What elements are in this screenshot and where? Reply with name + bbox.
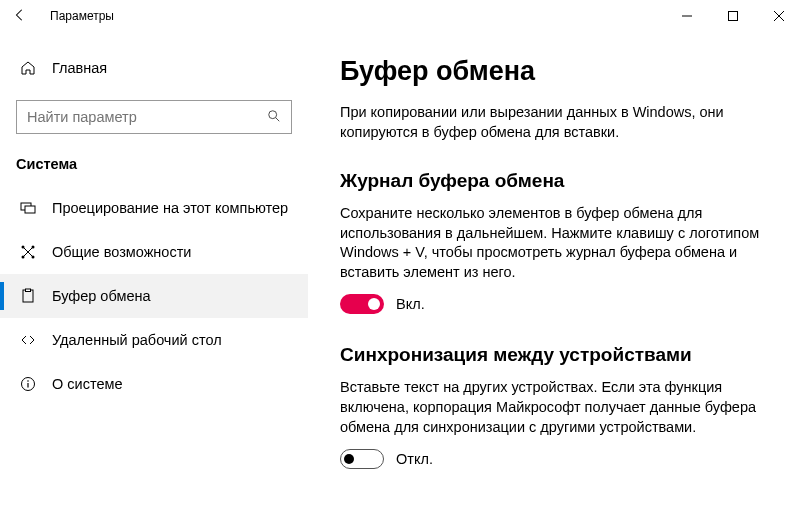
home-label: Главная: [52, 60, 107, 76]
remote-desktop-icon: [16, 332, 40, 348]
svg-rect-1: [729, 12, 738, 21]
svg-rect-7: [25, 206, 35, 213]
page-intro: При копировании или вырезании данных в W…: [340, 103, 760, 142]
maximize-button[interactable]: [710, 0, 756, 32]
content-pane: Буфер обмена При копировании или вырезан…: [308, 32, 802, 509]
page-title: Буфер обмена: [340, 56, 778, 87]
back-button[interactable]: [4, 8, 36, 25]
history-toggle[interactable]: [340, 294, 384, 314]
svg-point-4: [269, 110, 277, 118]
shared-icon: [16, 244, 40, 260]
sidebar-item-about[interactable]: О системе: [0, 362, 308, 406]
category-heading: Система: [0, 134, 308, 186]
titlebar: Параметры: [0, 0, 802, 32]
sidebar-item-clipboard[interactable]: Буфер обмена: [0, 274, 308, 318]
history-toggle-label: Вкл.: [396, 296, 425, 312]
search-icon: [257, 109, 291, 126]
history-heading: Журнал буфера обмена: [340, 170, 778, 192]
sidebar-item-remote[interactable]: Удаленный рабочий стол: [0, 318, 308, 362]
sync-heading: Синхронизация между устройствами: [340, 344, 778, 366]
home-icon: [16, 60, 40, 76]
home-nav[interactable]: Главная: [0, 52, 308, 84]
search-input[interactable]: [17, 109, 257, 125]
sidebar-item-label: Буфер обмена: [52, 288, 151, 304]
search-box[interactable]: [16, 100, 292, 134]
sync-toggle-label: Откл.: [396, 451, 433, 467]
sidebar-item-label: Общие возможности: [52, 244, 191, 260]
sidebar-item-projecting[interactable]: Проецирование на этот компьютер: [0, 186, 308, 230]
projecting-icon: [16, 200, 40, 216]
info-icon: [16, 376, 40, 392]
svg-line-5: [276, 117, 280, 121]
sync-toggle[interactable]: [340, 449, 384, 469]
sidebar-item-label: Проецирование на этот компьютер: [52, 200, 288, 216]
minimize-button[interactable]: [664, 0, 710, 32]
sidebar-item-shared[interactable]: Общие возможности: [0, 230, 308, 274]
history-text: Сохраните несколько элементов в буфер об…: [340, 204, 770, 282]
sidebar-item-label: О системе: [52, 376, 122, 392]
window-title: Параметры: [50, 9, 114, 23]
sync-text: Вставьте текст на других устройствах. Ес…: [340, 378, 770, 437]
clipboard-icon: [16, 288, 40, 304]
sidebar-item-label: Удаленный рабочий стол: [52, 332, 222, 348]
close-button[interactable]: [756, 0, 802, 32]
svg-rect-15: [26, 289, 31, 292]
sidebar: Главная Система Проецирование на этот ко…: [0, 32, 308, 509]
svg-point-17: [27, 380, 29, 382]
